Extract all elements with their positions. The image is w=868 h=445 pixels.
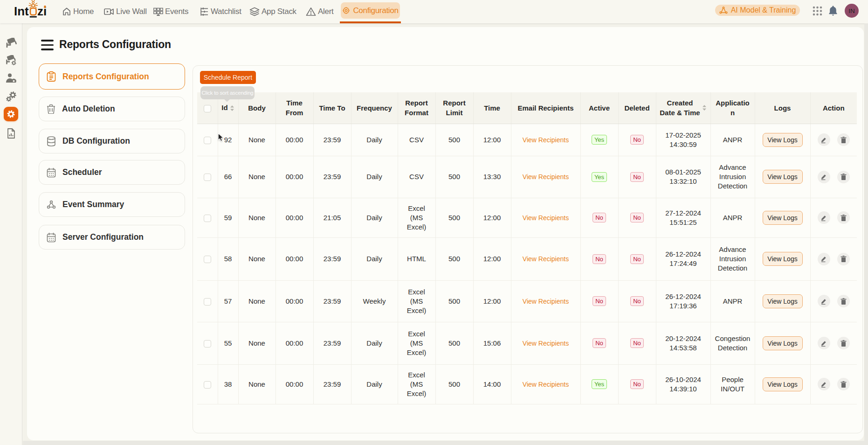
svg-text:Int: Int (14, 4, 29, 18)
